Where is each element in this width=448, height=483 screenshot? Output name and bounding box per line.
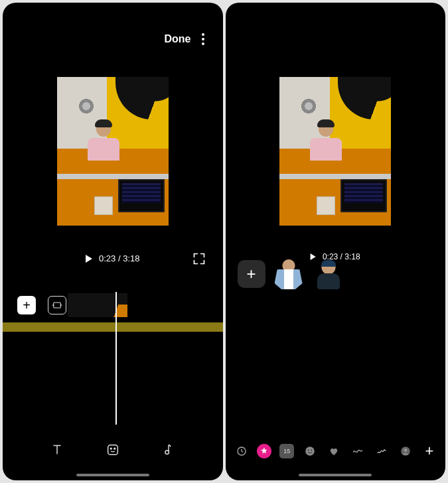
timeline[interactable]: + bbox=[3, 293, 223, 336]
svg-point-2 bbox=[110, 448, 112, 449]
text-tool-icon[interactable] bbox=[48, 441, 66, 459]
time-display: 0:23 / 3:18 bbox=[99, 253, 139, 263]
cutout-sticker-2[interactable] bbox=[312, 257, 345, 291]
heart-category-icon[interactable] bbox=[326, 443, 342, 459]
playback-controls: 0:23 / 3:18 bbox=[3, 253, 223, 263]
cutout-sticker-row: + bbox=[238, 257, 345, 291]
add-sticker-button[interactable]: + bbox=[238, 260, 265, 288]
avatar-category-icon[interactable] bbox=[398, 443, 413, 459]
video-preview[interactable] bbox=[57, 77, 169, 226]
more-options-icon[interactable] bbox=[202, 33, 204, 45]
svg-rect-0 bbox=[54, 303, 61, 308]
clip-strip[interactable] bbox=[68, 293, 223, 317]
svg-point-4 bbox=[165, 450, 169, 454]
recent-icon[interactable] bbox=[234, 443, 250, 459]
music-tool-icon[interactable] bbox=[159, 441, 178, 459]
add-clip-button[interactable]: + bbox=[17, 296, 36, 314]
trim-button[interactable] bbox=[48, 296, 66, 314]
date-sticker-label: 15 bbox=[283, 448, 290, 454]
svg-point-3 bbox=[114, 448, 115, 449]
home-indicator bbox=[76, 474, 149, 476]
editor-topbar: Done bbox=[3, 33, 223, 45]
play-icon[interactable] bbox=[86, 255, 92, 263]
svg-point-8 bbox=[311, 450, 313, 451]
scribble-category-icon[interactable] bbox=[350, 443, 366, 459]
cutout-category-icon[interactable] bbox=[257, 444, 271, 458]
emoji-category-icon[interactable] bbox=[302, 443, 318, 459]
svg-point-10 bbox=[404, 448, 408, 452]
editor-bottom-toolbar bbox=[3, 441, 223, 459]
svg-point-7 bbox=[308, 450, 309, 451]
fullscreen-icon[interactable] bbox=[192, 252, 206, 265]
playhead[interactable] bbox=[115, 292, 117, 425]
editor-panel-left: Done 0:23 / 3:18 + bbox=[3, 3, 223, 480]
sticker-category-row: 15 + bbox=[234, 443, 438, 459]
sticker-tool-icon[interactable] bbox=[104, 441, 122, 459]
home-indicator bbox=[299, 474, 372, 476]
audio-track[interactable] bbox=[3, 322, 223, 332]
done-button[interactable]: Done bbox=[165, 33, 191, 45]
sticker-panel-right: 0:23 / 3:18 + 15 + bbox=[226, 3, 446, 480]
svg-rect-1 bbox=[108, 445, 117, 455]
svg-point-6 bbox=[306, 447, 315, 456]
add-category-icon[interactable]: + bbox=[421, 443, 437, 459]
video-preview[interactable] bbox=[279, 77, 391, 226]
word-category-icon[interactable] bbox=[374, 443, 390, 459]
date-sticker-icon[interactable]: 15 bbox=[279, 444, 294, 458]
cutout-sticker-1[interactable] bbox=[272, 257, 305, 291]
